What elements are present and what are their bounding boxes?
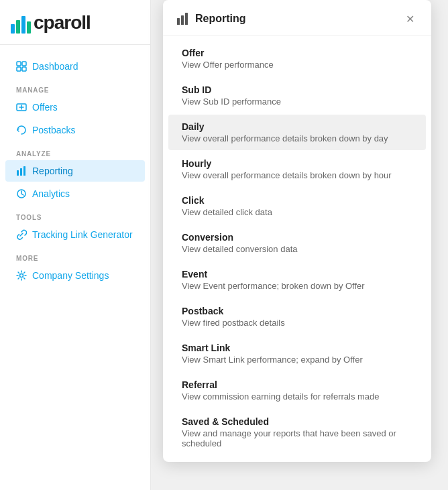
main-area: Reporting ✕ OfferView Offer performanceS… [151, 0, 448, 490]
dropdown-item-smart-link[interactable]: Smart LinkView Smart Link performance; e… [168, 336, 426, 371]
dropdown-item-sub-id[interactable]: Sub IDView Sub ID performance [168, 78, 426, 113]
dropdown-item-desc: View overall performance details broken … [182, 170, 412, 180]
svg-rect-1 [16, 20, 20, 34]
dashboard-icon [16, 61, 27, 72]
reporting-icon [16, 166, 27, 176]
dropdown-item-click[interactable]: ClickView detailed click data [168, 188, 426, 224]
tools-section-label: TOOLS [0, 206, 150, 224]
svg-rect-3 [27, 21, 31, 34]
dropdown-item-desc: View commission earning details for refe… [182, 391, 412, 402]
dropdown-item-title: Saved & Scheduled [182, 416, 412, 427]
dropdown-item-title: Sub ID [182, 84, 412, 95]
close-button[interactable]: ✕ [402, 11, 418, 27]
dropdown-item-title: Postback [182, 306, 412, 316]
manage-section-label: MANAGE [0, 78, 150, 97]
tracking-link-icon [16, 229, 27, 240]
company-settings-icon [16, 270, 27, 281]
dropdown-item-desc: View detailed conversion data [182, 244, 412, 254]
svg-rect-10 [20, 168, 22, 176]
sidebar-item-reporting[interactable]: Reporting [5, 160, 145, 182]
dropdown-items-list: OfferView Offer performanceSub IDView Su… [163, 36, 431, 462]
dropdown-item-desc: View overall performance details broken … [182, 133, 412, 143]
dropdown-item-title: Referral [182, 379, 412, 390]
sidebar-item-dashboard[interactable]: Dashboard [5, 56, 145, 77]
svg-rect-2 [21, 16, 25, 34]
dropdown-item-title: Daily [182, 121, 412, 132]
analyze-section-label: ANALYZE [0, 142, 150, 160]
postbacks-icon [16, 125, 27, 135]
analytics-icon [16, 188, 27, 199]
sidebar: cparoll Dashboard MANAGE [0, 0, 151, 490]
sidebar-item-company-settings[interactable]: Company Settings [5, 265, 145, 286]
sidebar-nav: Dashboard MANAGE Offers Postbacks [0, 45, 150, 490]
svg-rect-0 [11, 24, 15, 34]
sidebar-item-offers[interactable]: Offers [5, 97, 145, 118]
svg-rect-9 [17, 170, 19, 176]
dropdown-item-event[interactable]: EventView Event performance; broken down… [168, 262, 426, 298]
dropdown-title: Reporting [176, 12, 246, 25]
reporting-dropdown-icon [176, 12, 190, 25]
dropdown-item-title: Conversion [182, 232, 412, 243]
dropdown-item-desc: View Offer performance [182, 60, 412, 70]
svg-rect-15 [181, 15, 184, 25]
svg-point-13 [20, 274, 23, 278]
dropdown-item-hourly[interactable]: HourlyView overall performance details b… [168, 151, 426, 187]
dropdown-item-postback[interactable]: PostbackView fired postback details [168, 299, 426, 334]
dropdown-item-desc: View Smart Link performance; expand by O… [182, 355, 412, 365]
dropdown-item-title: Offer [182, 48, 412, 58]
sidebar-item-postbacks[interactable]: Postbacks [5, 119, 145, 141]
dropdown-item-desc: View fired postback details [182, 318, 412, 328]
dropdown-item-saved-scheduled[interactable]: Saved & ScheduledView and manage your re… [168, 410, 426, 455]
dropdown-item-title: Click [182, 195, 412, 206]
svg-rect-11 [23, 166, 25, 176]
dropdown-item-desc: View detailed click data [182, 207, 412, 217]
dropdown-item-referral[interactable]: ReferralView commission earning details … [168, 373, 426, 408]
dropdown-item-desc: View and manage your reports that have b… [182, 428, 412, 448]
svg-rect-16 [185, 13, 188, 25]
sidebar-item-analytics[interactable]: Analytics [5, 183, 145, 204]
reporting-dropdown: Reporting ✕ OfferView Offer performanceS… [163, 0, 431, 462]
logo-area: cparoll [0, 0, 150, 45]
svg-rect-4 [17, 62, 21, 66]
svg-rect-7 [22, 67, 26, 71]
svg-rect-5 [22, 62, 26, 66]
svg-rect-14 [177, 18, 180, 25]
dropdown-item-desc: View Event performance; broken down by O… [182, 281, 412, 291]
dropdown-item-daily[interactable]: DailyView overall performance details br… [168, 115, 426, 150]
dropdown-item-title: Hourly [182, 158, 412, 169]
logo: cparoll [11, 12, 91, 33]
dropdown-item-conversion[interactable]: ConversionView detailed conversion data [168, 225, 426, 261]
sidebar-item-tracking-link[interactable]: Tracking Link Generator [5, 224, 145, 245]
svg-rect-6 [17, 67, 21, 71]
dropdown-item-title: Smart Link [182, 343, 412, 353]
dropdown-item-offer[interactable]: OfferView Offer performance [168, 41, 426, 76]
logo-icon [11, 15, 32, 34]
dropdown-item-title: Event [182, 269, 412, 280]
offers-icon [16, 102, 27, 113]
dropdown-item-desc: View Sub ID performance [182, 97, 412, 107]
more-section-label: MORE [0, 247, 150, 265]
dropdown-header: Reporting ✕ [163, 0, 431, 36]
